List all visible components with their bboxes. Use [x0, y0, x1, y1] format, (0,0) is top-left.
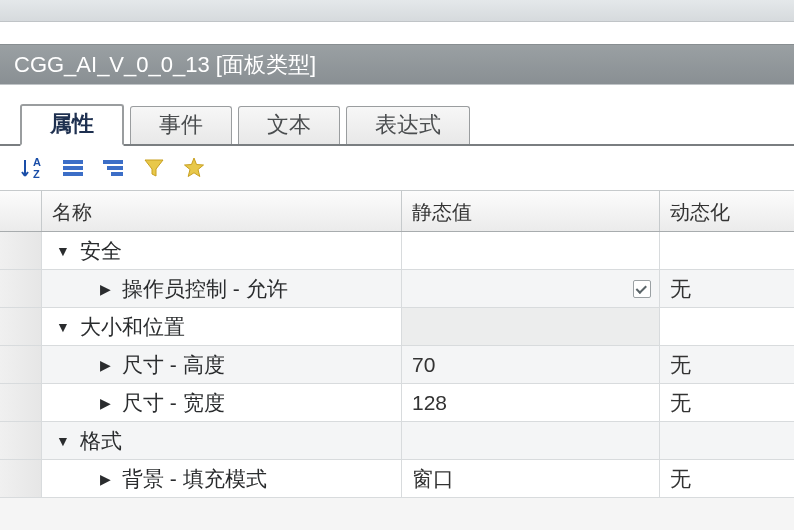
- svg-rect-3: [63, 166, 83, 170]
- leaf-toggle-icon[interactable]: ▶: [96, 395, 114, 411]
- group-value-cell: [402, 422, 660, 459]
- value-text: 70: [412, 353, 435, 377]
- tab-events[interactable]: 事件: [130, 106, 232, 144]
- tab-properties[interactable]: 属性: [20, 104, 124, 146]
- expand-toggle-icon[interactable]: ▼: [54, 433, 72, 449]
- group-header-security[interactable]: ▼ 安全: [0, 232, 794, 270]
- property-label: 背景 - 填充模式: [122, 465, 267, 493]
- svg-text:A: A: [33, 156, 41, 168]
- svg-rect-2: [63, 160, 83, 164]
- table-body: ▼ 安全 ▶ 操作员控制 - 允许 无 ▼ 大小和位置: [0, 232, 794, 498]
- dyn-value: 无: [670, 465, 691, 493]
- row-gutter: [0, 384, 42, 421]
- property-row[interactable]: ▶ 尺寸 - 宽度 128 无: [0, 384, 794, 422]
- row-gutter: [0, 346, 42, 383]
- svg-rect-7: [111, 172, 123, 176]
- group-header-format[interactable]: ▼ 格式: [0, 422, 794, 460]
- group-value-cell: [402, 232, 660, 269]
- leaf-toggle-icon[interactable]: ▶: [96, 281, 114, 297]
- dyn-value: 无: [670, 351, 691, 379]
- spacer: [0, 22, 794, 44]
- group-value-cell: [402, 308, 660, 345]
- leaf-toggle-icon[interactable]: ▶: [96, 357, 114, 373]
- window-chrome-top: [0, 0, 794, 22]
- group-dyn-cell: [660, 232, 794, 269]
- svg-rect-6: [107, 166, 123, 170]
- property-name-cell: ▶ 背景 - 填充模式: [42, 460, 402, 497]
- group-label: 格式: [80, 427, 122, 455]
- expand-toggle-icon[interactable]: ▼: [54, 243, 72, 259]
- header-static-value[interactable]: 静态值: [402, 191, 660, 231]
- group-label: 安全: [80, 237, 122, 265]
- property-dyn-cell[interactable]: 无: [660, 346, 794, 383]
- leaf-toggle-icon[interactable]: ▶: [96, 471, 114, 487]
- property-row[interactable]: ▶ 操作员控制 - 允许 无: [0, 270, 794, 308]
- property-value-cell[interactable]: 70: [402, 346, 660, 383]
- property-dyn-cell[interactable]: 无: [660, 270, 794, 307]
- property-row[interactable]: ▶ 尺寸 - 高度 70 无: [0, 346, 794, 384]
- dyn-value: 无: [670, 275, 691, 303]
- header-dynamic[interactable]: 动态化: [660, 191, 794, 231]
- property-row[interactable]: ▶ 背景 - 填充模式 窗口 无: [0, 460, 794, 498]
- header-label: 动态化: [670, 201, 730, 223]
- row-gutter: [0, 422, 42, 459]
- tab-strip: 属性 事件 文本 表达式: [0, 104, 794, 146]
- window-title: CGG_AI_V_0_0_13 [面板类型]: [14, 52, 316, 77]
- filter-icon[interactable]: [140, 154, 168, 182]
- property-label: 操作员控制 - 允许: [122, 275, 288, 303]
- tab-text[interactable]: 文本: [238, 106, 340, 144]
- group-label: 大小和位置: [80, 313, 185, 341]
- header-label: 静态值: [412, 201, 472, 223]
- header-gutter: [0, 191, 42, 231]
- spacer: [0, 84, 794, 104]
- header-name[interactable]: 名称: [42, 191, 402, 231]
- value-text: 128: [412, 391, 447, 415]
- group-dyn-cell: [660, 422, 794, 459]
- tab-label: 表达式: [375, 112, 441, 137]
- value-text: 窗口: [412, 465, 454, 493]
- sort-alpha-icon[interactable]: A Z: [20, 154, 48, 182]
- tab-label: 文本: [267, 112, 311, 137]
- property-name-cell: ▶ 操作员控制 - 允许: [42, 270, 402, 307]
- collapse-all-icon[interactable]: [100, 154, 128, 182]
- group-header-size-position[interactable]: ▼ 大小和位置: [0, 308, 794, 346]
- row-gutter: [0, 460, 42, 497]
- property-value-cell[interactable]: 128: [402, 384, 660, 421]
- table-header: 名称 静态值 动态化: [0, 190, 794, 232]
- group-name-cell: ▼ 格式: [42, 422, 402, 459]
- toolbar: A Z: [0, 146, 794, 190]
- property-label: 尺寸 - 宽度: [122, 389, 225, 417]
- row-gutter: [0, 232, 42, 269]
- property-name-cell: ▶ 尺寸 - 宽度: [42, 384, 402, 421]
- property-label: 尺寸 - 高度: [122, 351, 225, 379]
- row-gutter: [0, 308, 42, 345]
- title-bar: CGG_AI_V_0_0_13 [面板类型]: [0, 44, 794, 84]
- svg-rect-5: [103, 160, 123, 164]
- svg-text:Z: Z: [33, 168, 40, 180]
- tab-label: 事件: [159, 112, 203, 137]
- group-dyn-cell: [660, 308, 794, 345]
- svg-rect-4: [63, 172, 83, 176]
- checkbox-icon[interactable]: [633, 280, 651, 298]
- dyn-value: 无: [670, 389, 691, 417]
- star-icon[interactable]: [180, 154, 208, 182]
- row-gutter: [0, 270, 42, 307]
- group-name-cell: ▼ 大小和位置: [42, 308, 402, 345]
- expand-all-icon[interactable]: [60, 154, 88, 182]
- property-value-cell[interactable]: [402, 270, 660, 307]
- tab-expressions[interactable]: 表达式: [346, 106, 470, 144]
- property-dyn-cell[interactable]: 无: [660, 460, 794, 497]
- group-name-cell: ▼ 安全: [42, 232, 402, 269]
- property-dyn-cell[interactable]: 无: [660, 384, 794, 421]
- expand-toggle-icon[interactable]: ▼: [54, 319, 72, 335]
- property-name-cell: ▶ 尺寸 - 高度: [42, 346, 402, 383]
- property-table: 名称 静态值 动态化 ▼ 安全 ▶ 操作员控制 - 允许: [0, 190, 794, 498]
- header-label: 名称: [52, 201, 92, 223]
- tab-label: 属性: [50, 111, 94, 136]
- property-value-cell[interactable]: 窗口: [402, 460, 660, 497]
